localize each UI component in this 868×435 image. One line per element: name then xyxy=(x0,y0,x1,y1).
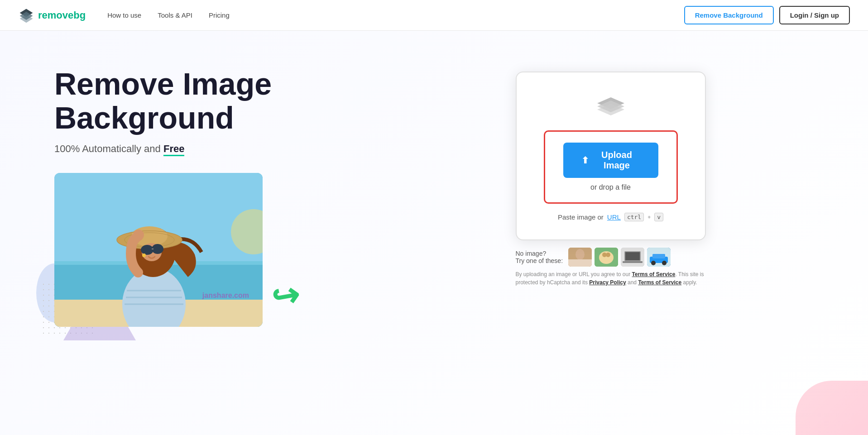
sample-row: No image? Try one of these: xyxy=(516,248,706,267)
hero-image-wrapper: ↪ janshare.com xyxy=(54,173,263,327)
header: removebg How to use Tools & API Pricing … xyxy=(0,0,868,31)
right-column: ⬆ Upload Image or drop a file Paste imag… xyxy=(362,58,832,287)
layers-icon xyxy=(593,95,629,120)
sample-thumb-laptop[interactable] xyxy=(621,248,644,267)
sample-label: No image? Try one of these: xyxy=(516,250,563,264)
svg-point-18 xyxy=(141,245,153,255)
logo-text: removebg xyxy=(38,10,86,21)
pink-blob-decoration xyxy=(796,381,868,435)
svg-rect-35 xyxy=(625,252,640,260)
upload-image-button[interactable]: ⬆ Upload Image xyxy=(563,143,658,178)
v-key: v xyxy=(654,213,663,221)
sample-thumb-dog[interactable] xyxy=(595,248,618,267)
watermark: janshare.com xyxy=(202,292,249,300)
upload-card: ⬆ Upload Image or drop a file Paste imag… xyxy=(516,72,706,240)
svg-point-21 xyxy=(142,253,146,257)
svg-point-40 xyxy=(651,261,656,265)
green-arrow-decoration: ↪ xyxy=(269,275,302,317)
hero-subtitle: 100% Automatically and Free xyxy=(54,143,362,155)
header-left: removebg How to use Tools & API Pricing xyxy=(18,7,230,24)
logo[interactable]: removebg xyxy=(18,7,86,24)
terms-link-1[interactable]: Terms of Service xyxy=(632,271,676,277)
left-column: Remove Image Background 100% Automatical… xyxy=(54,58,362,327)
hero-photo xyxy=(54,173,263,327)
upload-drop-area[interactable]: ⬆ Upload Image or drop a file xyxy=(544,130,678,204)
nav-how-to-use[interactable]: How to use xyxy=(107,11,141,19)
paste-url-link[interactable]: URL xyxy=(607,213,621,221)
plus-separator: + xyxy=(647,214,651,220)
svg-point-41 xyxy=(662,261,667,265)
svg-point-22 xyxy=(133,229,144,240)
nav-pricing[interactable]: Pricing xyxy=(209,11,230,19)
disclaimer-text: By uploading an image or URL you agree t… xyxy=(516,270,706,287)
paste-area: Paste image or URL ctrl + v xyxy=(558,213,663,221)
upload-arrow-icon: ⬆ xyxy=(581,155,589,166)
main-nav: How to use Tools & API Pricing xyxy=(107,11,230,19)
ctrl-key: ctrl xyxy=(624,213,644,221)
svg-point-27 xyxy=(575,249,585,260)
sample-thumb-woman[interactable] xyxy=(568,248,592,267)
terms-link-2[interactable]: Terms of Service xyxy=(638,279,681,286)
sample-thumb-car[interactable] xyxy=(647,248,671,267)
drop-file-text: or drop a file xyxy=(590,183,631,191)
sample-thumbnails xyxy=(568,248,671,267)
main-content: Remove Image Background 100% Automatical… xyxy=(0,31,868,435)
hero-image-svg xyxy=(54,173,263,327)
svg-rect-39 xyxy=(652,254,665,258)
svg-rect-28 xyxy=(568,259,592,267)
login-signup-button[interactable]: Login / Sign up xyxy=(779,6,850,24)
svg-point-30 xyxy=(599,251,614,264)
svg-point-32 xyxy=(606,253,610,257)
privacy-policy-link[interactable]: Privacy Policy xyxy=(589,279,626,286)
remove-background-button[interactable]: Remove Background xyxy=(684,6,774,24)
nav-tools-api[interactable]: Tools & API xyxy=(158,11,192,19)
header-right: Remove Background Login / Sign up xyxy=(684,6,850,24)
svg-rect-36 xyxy=(623,261,643,263)
logo-icon xyxy=(18,7,34,24)
hero-title: Remove Image Background xyxy=(54,67,362,135)
